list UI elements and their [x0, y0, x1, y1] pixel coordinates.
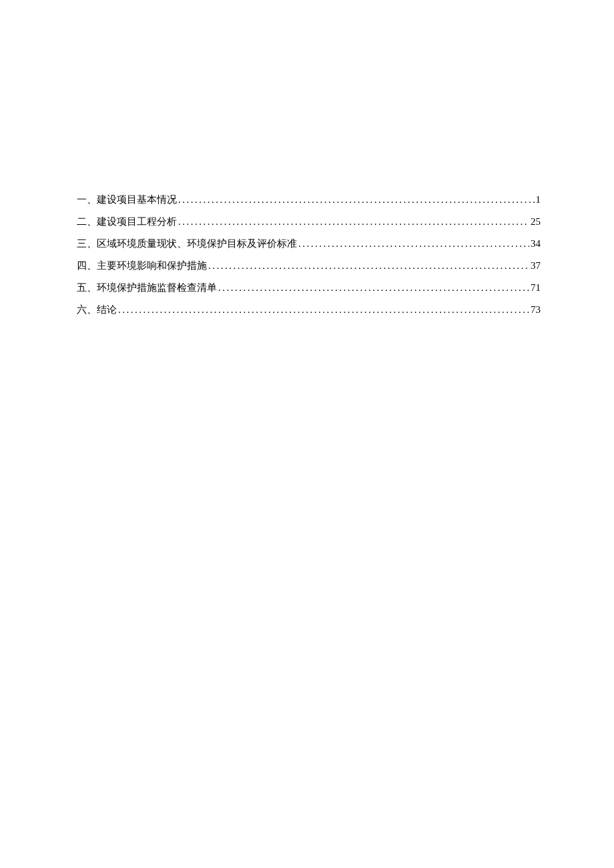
toc-leader	[208, 260, 529, 272]
toc-entry: 二、建设项目工程分析 25	[77, 215, 541, 228]
toc-leader	[218, 282, 529, 294]
toc-page: 34	[531, 238, 541, 250]
document-page: 一、建设项目基本情况 1 二、建设项目工程分析 25 三、区域环境质量现状、环境…	[0, 0, 614, 316]
toc-title: 六、结论	[77, 304, 117, 316]
toc-entry: 一、建设项目基本情况 1	[77, 193, 541, 206]
toc-title: 三、区域环境质量现状、环境保护目标及评价标准	[77, 238, 297, 250]
toc-page: 37	[531, 260, 541, 272]
toc-entry: 四、主要环境影响和保护措施 37	[77, 260, 541, 272]
toc-leader	[118, 304, 529, 316]
toc-page: 71	[531, 282, 541, 294]
toc-title: 四、主要环境影响和保护措施	[77, 260, 207, 272]
toc-title: 一、建设项目基本情况	[77, 193, 177, 206]
table-of-contents: 一、建设项目基本情况 1 二、建设项目工程分析 25 三、区域环境质量现状、环境…	[77, 193, 541, 316]
toc-entry: 三、区域环境质量现状、环境保护目标及评价标准 34	[77, 238, 541, 250]
toc-page: 73	[531, 304, 541, 316]
toc-title: 五、环境保护措施监督检查清单	[77, 282, 217, 294]
toc-leader	[178, 216, 529, 228]
toc-leader	[298, 238, 529, 250]
toc-entry: 五、环境保护措施监督检查清单 71	[77, 282, 541, 294]
toc-leader	[178, 194, 535, 205]
toc-entry: 六、结论 73	[77, 304, 541, 316]
toc-page: 25	[531, 216, 541, 228]
toc-page: 1	[536, 194, 541, 205]
toc-title: 二、建设项目工程分析	[77, 215, 177, 228]
